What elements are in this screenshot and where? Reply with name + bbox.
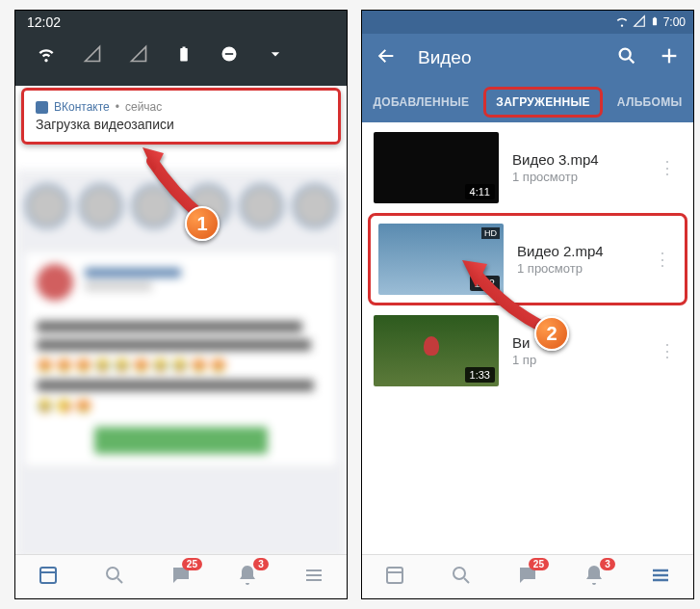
video-duration: 1:33 (465, 367, 495, 383)
app-bar: Видео (362, 34, 693, 82)
notif-badge: 3 (600, 558, 615, 570)
svg-point-13 (620, 49, 631, 60)
svg-line-20 (464, 578, 469, 583)
bottom-navigation-left: 25 3 (15, 554, 347, 598)
svg-rect-12 (654, 16, 656, 17)
app-icon (36, 101, 48, 114)
page-title: Видео (418, 47, 595, 68)
video-duration: 4:11 (465, 184, 495, 199)
video-tabs: ДОБАВЛЕННЫЕ ЗАГРУЖЕННЫЕ АЛЬБОМЫ (362, 82, 693, 122)
nav-feed[interactable] (383, 564, 406, 591)
notif-message: Загрузка видеозаписи (36, 117, 326, 132)
bottom-navigation-right: 25 3 (362, 554, 693, 598)
nav-search[interactable] (450, 564, 473, 591)
signal-icon (633, 14, 646, 31)
video-views: 1 просмотр (512, 170, 639, 184)
chevron-down-icon[interactable] (266, 44, 285, 68)
nav-notifications[interactable]: 3 (583, 564, 606, 591)
upload-notification[interactable]: ВКонтакте • сейчас Загрузка видеозаписи (21, 88, 341, 145)
status-bar-dark: 12:02 (15, 11, 347, 86)
nav-menu[interactable] (302, 564, 325, 591)
hd-tag: HD (481, 227, 500, 239)
nav-messages[interactable]: 25 (516, 564, 539, 591)
dnd-icon (220, 44, 239, 68)
battery-icon (650, 13, 660, 32)
svg-line-14 (630, 59, 635, 64)
tab-added[interactable]: ДОБАВЛЕННЫЕ (365, 95, 477, 109)
video-row[interactable]: 4:11 Видео 3.mp4 1 просмотр ⋮ (362, 122, 693, 213)
add-button[interactable] (659, 45, 680, 70)
nav-messages[interactable]: 25 (169, 564, 193, 591)
svg-rect-11 (653, 17, 657, 25)
wifi-icon (615, 14, 629, 31)
notif-source: ВКонтакте (54, 100, 110, 114)
messages-badge: 25 (529, 558, 549, 570)
svg-rect-0 (180, 48, 188, 62)
video-views: 1 пр (512, 353, 639, 367)
annotation-badge-1: 1 (185, 206, 220, 241)
status-time: 7:00 (663, 15, 686, 29)
tab-albums[interactable]: АЛЬБОМЫ (609, 95, 690, 109)
svg-rect-3 (225, 53, 233, 55)
status-bar-blue: 7:00 (362, 11, 693, 34)
more-icon[interactable]: ⋮ (653, 340, 682, 361)
notif-badge: 3 (253, 558, 269, 570)
back-button[interactable] (376, 45, 397, 70)
notif-time: сейчас (125, 100, 162, 114)
nav-feed[interactable] (37, 564, 60, 591)
battery-icon (175, 43, 193, 69)
svg-rect-17 (387, 568, 402, 583)
signal2-icon (129, 44, 148, 68)
more-icon[interactable]: ⋮ (648, 249, 677, 270)
nav-menu[interactable] (649, 564, 672, 591)
search-button[interactable] (616, 45, 637, 70)
messages-badge: 25 (182, 558, 202, 570)
annotation-badge-2: 2 (534, 316, 569, 351)
signal1-icon (83, 44, 102, 68)
left-phone: 12:02 (14, 10, 348, 599)
notif-separator: • (116, 100, 119, 114)
svg-rect-4 (40, 568, 56, 583)
nav-notifications[interactable]: 3 (236, 564, 259, 591)
nav-search[interactable] (103, 564, 126, 591)
tab-uploaded[interactable]: ЗАГРУЖЕННЫЕ (483, 87, 603, 118)
svg-point-19 (454, 568, 465, 579)
svg-point-6 (107, 568, 118, 579)
more-icon[interactable]: ⋮ (653, 157, 682, 178)
wifi-icon (37, 44, 56, 68)
status-time: 12:02 (15, 11, 347, 30)
video-title: Видео 3.mp4 (512, 151, 639, 168)
video-thumbnail: 4:11 (374, 132, 499, 203)
status-icons-row[interactable] (15, 30, 347, 83)
svg-line-7 (117, 578, 122, 583)
svg-rect-1 (183, 47, 186, 49)
